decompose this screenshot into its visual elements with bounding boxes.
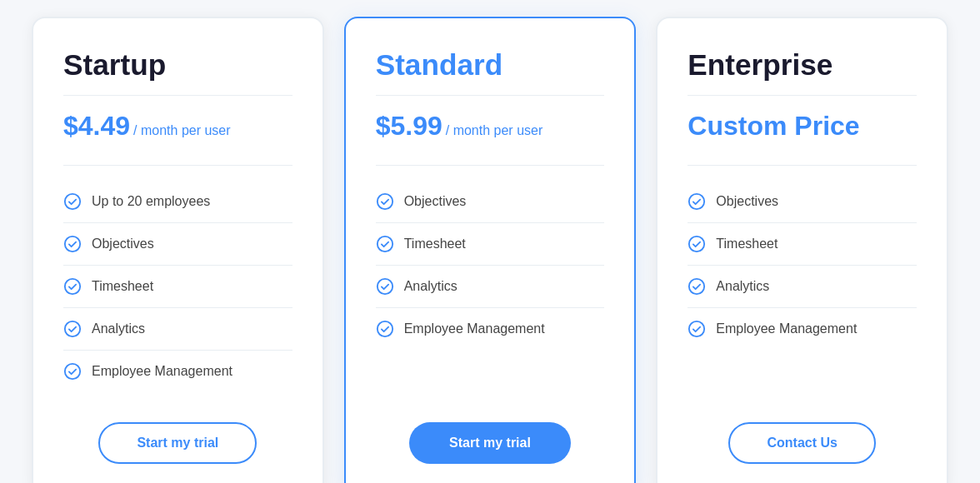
price-period-startup: / month per user [133, 123, 231, 138]
feature-text: Timesheet [92, 279, 153, 294]
pricing-card-standard: Standard$5.99/ month per userObjectivesT… [344, 17, 637, 483]
feature-text: Employee Management [404, 321, 545, 336]
feature-text: Timesheet [404, 237, 466, 251]
list-item: Analytics [688, 266, 917, 308]
divider-after-name-startup [63, 95, 292, 96]
feature-text: Analytics [716, 279, 769, 294]
check-circle-icon [63, 277, 82, 296]
check-circle-icon [688, 192, 706, 211]
list-item: Objectives [688, 181, 917, 223]
svg-point-7 [378, 279, 392, 294]
feature-text: Analytics [404, 279, 458, 294]
cta-button-standard[interactable]: Start my trial [409, 422, 571, 464]
price-row-enterprise: Custom Price [688, 111, 917, 142]
cta-area-startup: Start my trial [63, 422, 292, 464]
pricing-container: Startup$4.49/ month per userUp to 20 emp… [32, 17, 948, 483]
plan-name-startup: Startup [63, 48, 292, 82]
price-row-standard: $5.99/ month per user [376, 111, 605, 142]
check-circle-icon [376, 320, 394, 338]
list-item: Timesheet [376, 223, 605, 266]
svg-point-2 [65, 279, 80, 294]
svg-point-12 [689, 321, 704, 336]
features-list-standard: ObjectivesTimesheetAnalyticsEmployee Man… [376, 181, 605, 392]
svg-point-0 [65, 194, 80, 209]
list-item: Employee Management [376, 308, 605, 350]
list-item: Objectives [376, 181, 605, 223]
svg-point-9 [689, 194, 704, 209]
price-period-standard: / month per user [446, 123, 543, 138]
feature-text: Analytics [92, 321, 145, 336]
plan-name-enterprise: Enterprise [688, 48, 917, 82]
svg-point-11 [689, 279, 704, 294]
divider-after-price-startup [63, 165, 292, 166]
price-amount-startup: $4.49 [63, 111, 130, 142]
price-row-startup: $4.49/ month per user [63, 111, 292, 142]
features-list-startup: Up to 20 employeesObjectivesTimesheetAna… [63, 181, 292, 392]
list-item: Up to 20 employees [63, 181, 292, 223]
divider-after-price-enterprise [688, 165, 917, 166]
check-circle-icon [376, 235, 394, 253]
check-circle-icon [63, 320, 82, 338]
cta-button-startup[interactable]: Start my trial [98, 422, 257, 464]
svg-point-1 [65, 237, 80, 251]
svg-point-3 [65, 321, 80, 336]
cta-button-enterprise[interactable]: Contact Us [728, 422, 875, 464]
check-circle-icon [376, 192, 394, 211]
list-item: Employee Management [63, 351, 292, 392]
pricing-card-startup: Startup$4.49/ month per userUp to 20 emp… [32, 17, 324, 483]
feature-text: Objectives [404, 194, 467, 209]
feature-text: Employee Management [716, 321, 857, 336]
feature-text: Objectives [92, 237, 154, 251]
cta-area-standard: Start my trial [376, 422, 605, 464]
cta-area-enterprise: Contact Us [688, 422, 917, 464]
check-circle-icon [688, 320, 706, 338]
feature-text: Objectives [716, 194, 778, 209]
feature-text: Employee Management [92, 364, 232, 379]
list-item: Analytics [63, 308, 292, 351]
features-list-enterprise: ObjectivesTimesheetAnalyticsEmployee Man… [688, 181, 917, 392]
check-circle-icon [63, 192, 82, 211]
list-item: Timesheet [688, 223, 917, 266]
pricing-card-enterprise: EnterpriseCustom PriceObjectivesTimeshee… [656, 17, 948, 483]
price-amount-standard: $5.99 [376, 111, 442, 142]
svg-point-4 [65, 364, 80, 379]
divider-after-price-standard [376, 165, 605, 166]
check-circle-icon [688, 277, 706, 296]
check-circle-icon [63, 235, 82, 253]
feature-text: Timesheet [716, 237, 778, 251]
check-circle-icon [688, 235, 706, 253]
list-item: Analytics [376, 266, 605, 308]
list-item: Objectives [63, 223, 292, 266]
divider-after-name-enterprise [688, 95, 917, 96]
list-item: Employee Management [688, 308, 917, 350]
check-circle-icon [63, 362, 82, 381]
svg-point-8 [378, 321, 392, 336]
divider-after-name-standard [376, 95, 605, 96]
svg-point-10 [689, 237, 704, 251]
svg-point-5 [378, 194, 392, 209]
svg-point-6 [378, 237, 392, 251]
feature-text: Up to 20 employees [92, 194, 210, 209]
price-custom-enterprise: Custom Price [688, 111, 859, 142]
check-circle-icon [376, 277, 394, 296]
plan-name-standard: Standard [376, 48, 605, 82]
list-item: Timesheet [63, 266, 292, 308]
